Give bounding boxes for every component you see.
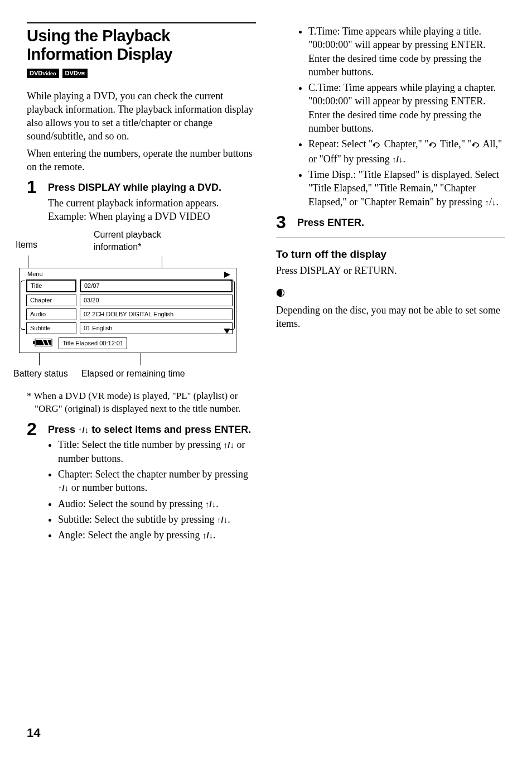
- step-1-heading: Press DISPLAY while playing a DVD.: [48, 181, 256, 194]
- play-icon: [224, 272, 230, 280]
- step-2-bullets-left: Title: Select the title number by pressi…: [48, 438, 256, 542]
- repeat-icon: [429, 138, 438, 152]
- section-title: Using the Playback Information Display: [27, 27, 256, 64]
- diagram-label-info: Current playback information*: [94, 229, 161, 253]
- repeat-icon: [373, 138, 381, 152]
- bullet-repeat: Repeat: Select " Chapter," " Title," " A…: [308, 137, 505, 166]
- updown-icon: ↑/↓: [224, 440, 234, 450]
- updown-icon: ↑/↓: [58, 483, 69, 493]
- step-2-bullets-right: T.Time: Time appears while playing a tit…: [298, 25, 505, 209]
- svg-rect-2: [33, 341, 35, 344]
- bullet-subtitle: Subtitle: Select the subtitle by pressin…: [58, 513, 256, 526]
- osd-row-chapter-value: 03/20: [80, 295, 233, 306]
- step-1: 1 Press DISPLAY while playing a DVD. The…: [27, 178, 256, 223]
- bullet-audio: Audio: Select the sound by pressing ↑/↓.: [58, 497, 256, 510]
- bullet-timedisp: Time Disp.: "Title Elapsed" is displayed…: [308, 168, 505, 209]
- osd-row-audio-value: 02 2CH DOLBY DIGITAL English: [80, 308, 233, 320]
- updown-icon: ↑/↓: [217, 515, 228, 524]
- up-icon: ↑: [485, 197, 489, 207]
- osd-row-title-label: Title: [26, 279, 76, 292]
- intro-paragraph-2: When entering the numbers, operate the n…: [27, 147, 256, 174]
- battery-icon: [33, 337, 53, 350]
- updown-icon: ↑/↓: [392, 155, 403, 164]
- turnoff-heading: To turn off the display: [276, 247, 505, 262]
- title-rule: [27, 22, 256, 23]
- step-2-number: 2: [27, 420, 41, 544]
- osd-row-subtitle-label: Subtitle: [26, 322, 76, 334]
- note-icon: [276, 287, 285, 301]
- osd-row-audio-label: Audio: [26, 308, 76, 320]
- updown-icon: ↑/↓: [78, 425, 89, 435]
- diagram-label-battery: Battery status: [13, 368, 68, 380]
- down-icon: ↓: [492, 197, 496, 207]
- bullet-ttime: T.Time: Time appears while playing a tit…: [308, 25, 505, 79]
- step-3-heading: Press ENTER.: [297, 216, 505, 229]
- step-1-text-2: Example: When playing a DVD VIDEO: [48, 210, 256, 223]
- bullet-ctime: C.Time: Time appears while playing a cha…: [308, 81, 505, 135]
- step-3-number: 3: [276, 213, 291, 232]
- diagram-label-items: Items: [16, 229, 94, 253]
- step-2-heading: Press ↑/↓ to select items and press ENTE…: [48, 423, 256, 436]
- osd-elapsed-box: Title Elapsed 00:12:01: [59, 337, 127, 349]
- diagram-label-elapsed: Elapsed or remaining time: [81, 368, 185, 380]
- footnote: * When a DVD (VR mode) is played, "PL" (…: [27, 390, 256, 416]
- step-1-text-1: The current playback information appears…: [48, 196, 256, 210]
- right-column: T.Time: Time appears while playing a tit…: [276, 22, 505, 544]
- page-number: 14: [27, 725, 40, 741]
- divider: [276, 238, 505, 238]
- bullet-angle: Angle: Select the angle by pressing ↑/↓.: [58, 528, 256, 542]
- osd-row-title-value: 02/07: [80, 279, 233, 292]
- scroll-down-icon: [224, 325, 230, 337]
- badge-dvdvr: DVDVR: [62, 69, 88, 78]
- osd-row-subtitle-value: 01 English: [80, 322, 233, 334]
- turnoff-body: Press DISPLAY or RETURN.: [276, 264, 505, 277]
- step-1-number: 1: [27, 178, 41, 223]
- svg-marker-0: [224, 272, 230, 278]
- bullet-title: Title: Select the title number by pressi…: [58, 438, 256, 465]
- osd-diagram: Items Current playback information* Menu: [16, 229, 256, 380]
- format-badges: DVDVideo DVDVR: [27, 69, 256, 78]
- badge-dvdvideo: DVDVideo: [27, 69, 59, 78]
- repeat-icon: [472, 138, 481, 152]
- updown-icon: ↑/↓: [205, 499, 216, 509]
- step-3: 3 Press ENTER.: [276, 213, 505, 232]
- intro-paragraph-1: While playing a DVD, you can check the c…: [27, 89, 256, 143]
- osd-box: Menu Title 02/07 Chapter 03/20 Audio 02 …: [19, 268, 236, 354]
- osd-row-chapter-label: Chapter: [26, 295, 76, 306]
- updown-icon: ↑/↓: [202, 531, 213, 540]
- svg-marker-4: [36, 340, 44, 345]
- svg-marker-5: [43, 340, 49, 345]
- osd-menu-label: Menu: [20, 268, 236, 279]
- svg-marker-1: [224, 329, 230, 334]
- left-column: Using the Playback Information Display D…: [27, 22, 256, 544]
- bullet-chapter: Chapter: Select the chapter number by pr…: [58, 467, 256, 495]
- note-text: Depending on the disc, you may not be ab…: [276, 303, 505, 331]
- step-2: 2 Press ↑/↓ to select items and press EN…: [27, 420, 256, 544]
